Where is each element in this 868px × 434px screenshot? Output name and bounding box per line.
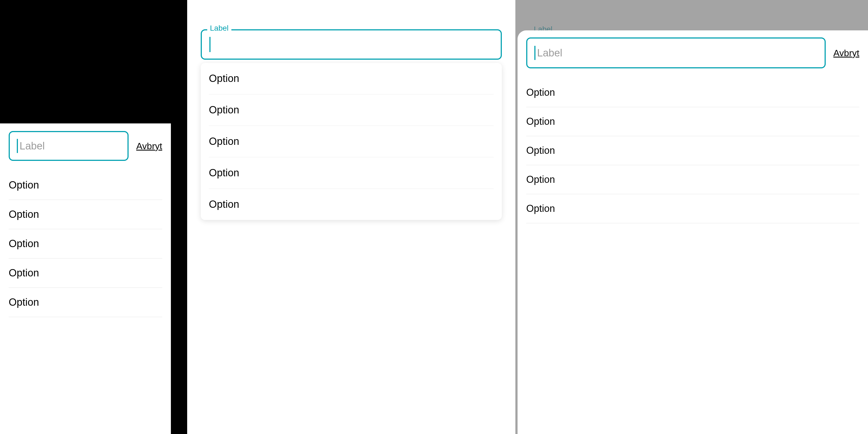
- left-search-placeholder: Label: [20, 140, 45, 152]
- middle-column: Label Option Option Option Option Option: [187, 0, 516, 434]
- mid-content: Label Option Option Option Option Option: [201, 29, 502, 220]
- right-search-placeholder: Label: [537, 47, 562, 59]
- left-option-list: Option Option Option Option Option: [9, 168, 162, 317]
- text-caret-icon: [534, 46, 535, 60]
- list-item[interactable]: Option: [9, 229, 162, 258]
- text-caret-icon: [17, 139, 18, 153]
- mid-search-input[interactable]: [201, 29, 502, 60]
- left-column: Label Avbryt Option Option Option Option…: [0, 0, 187, 434]
- list-item[interactable]: Option: [9, 258, 162, 288]
- list-item[interactable]: Option: [9, 288, 162, 317]
- list-item[interactable]: Option: [9, 170, 162, 200]
- list-item[interactable]: Option: [526, 165, 859, 194]
- left-searchbar-row: Label Avbryt: [9, 131, 162, 161]
- left-cancel-button[interactable]: Avbryt: [136, 141, 162, 151]
- list-item[interactable]: Option: [209, 189, 494, 220]
- list-item[interactable]: Option: [526, 107, 859, 136]
- list-item[interactable]: Option: [526, 78, 859, 107]
- right-bottom-sheet: Label Avbryt Option Option Option Option…: [518, 30, 868, 434]
- list-item[interactable]: Option: [209, 94, 494, 126]
- list-item[interactable]: Option: [209, 157, 494, 189]
- right-search-input[interactable]: Label: [526, 37, 826, 68]
- right-option-list: Option Option Option Option Option: [526, 75, 859, 223]
- list-item[interactable]: Option: [209, 126, 494, 157]
- left-search-input[interactable]: Label: [9, 131, 129, 161]
- right-cancel-button[interactable]: Avbryt: [833, 48, 859, 58]
- list-item[interactable]: Option: [209, 63, 494, 94]
- mid-dropdown-card: Option Option Option Option Option: [201, 63, 502, 220]
- list-item[interactable]: Option: [9, 200, 162, 229]
- left-bottom-sheet: Label Avbryt Option Option Option Option…: [0, 123, 171, 434]
- right-searchbar-row: Label Avbryt: [526, 37, 859, 68]
- mid-input-wrapper: Label: [201, 29, 502, 60]
- text-caret-icon: [209, 37, 211, 52]
- mid-floating-label: Label: [207, 24, 231, 33]
- list-item[interactable]: Option: [526, 136, 859, 165]
- list-item[interactable]: Option: [526, 194, 859, 223]
- right-column: Label Label Avbryt Option Option Option …: [516, 0, 868, 434]
